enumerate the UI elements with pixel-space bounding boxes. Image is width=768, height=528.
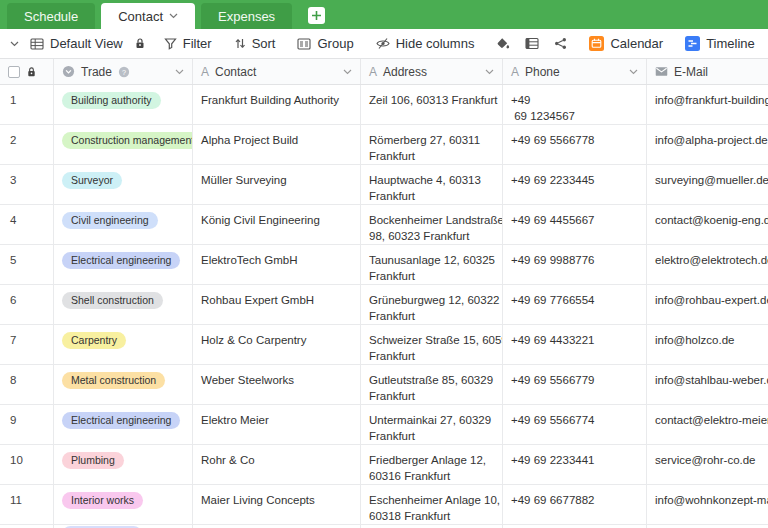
contact-cell[interactable]: Alpha Project Build bbox=[193, 125, 361, 164]
email-cell[interactable]: elektro@elektrotech.de bbox=[647, 245, 768, 284]
group-button[interactable]: Group bbox=[293, 36, 357, 51]
row-number-cell[interactable]: 5 bbox=[0, 245, 54, 284]
email-cell[interactable]: info@alpha-project.de bbox=[647, 125, 768, 164]
row-number-cell[interactable]: 8 bbox=[0, 365, 54, 404]
contact-cell[interactable]: Rohr & Co bbox=[193, 445, 361, 484]
address-cell[interactable]: Eschenheimer Anlage 10, 60318 Frankfurt bbox=[361, 485, 503, 524]
trade-cell[interactable]: Shell construction bbox=[54, 285, 193, 324]
row-number-cell[interactable]: 2 bbox=[0, 125, 54, 164]
share-button[interactable] bbox=[550, 37, 571, 50]
trade-cell[interactable]: Interior works bbox=[54, 485, 193, 524]
trade-chip[interactable]: Shell construction bbox=[62, 292, 163, 309]
address-cell[interactable]: Gutleutstraße 85, 60329 Frankfurt bbox=[361, 365, 503, 404]
contact-cell[interactable]: Frankfurt Building Authority bbox=[193, 85, 361, 124]
contact-cell[interactable]: ElektroTech GmbH bbox=[193, 245, 361, 284]
trade-chip[interactable]: Surveyor bbox=[62, 172, 122, 189]
row-number-cell[interactable]: 4 bbox=[0, 205, 54, 244]
row-number-cell[interactable]: 1 bbox=[0, 85, 54, 124]
row-number-cell[interactable]: 6 bbox=[0, 285, 54, 324]
trade-chip[interactable]: Electrical engineering bbox=[62, 252, 180, 269]
add-table-button[interactable] bbox=[308, 7, 325, 24]
phone-cell[interactable]: +49 69 7766554 bbox=[503, 285, 647, 324]
email-cell[interactable]: info@rohbau-expert.de bbox=[647, 285, 768, 324]
email-cell[interactable]: contact@koenig-eng.de bbox=[647, 205, 768, 244]
email-cell[interactable]: service@rohr-co.de bbox=[647, 445, 768, 484]
color-settings-button[interactable] bbox=[492, 37, 514, 50]
calendar-plugin-button[interactable]: Calendar bbox=[585, 36, 667, 51]
phone-cell[interactable]: +49 69 5566774 bbox=[503, 405, 647, 444]
row-number-cell[interactable]: 11 bbox=[0, 485, 54, 524]
trade-cell[interactable]: Metal construction bbox=[54, 365, 193, 404]
address-cell[interactable]: Zeil 106, 60313 Frankfurt bbox=[361, 85, 503, 124]
filter-button[interactable]: Filter bbox=[160, 36, 216, 51]
email-cell[interactable]: info@wohnkonzept-maier bbox=[647, 485, 768, 524]
address-cell[interactable]: Taunusanlage 12, 60325 Frankfurt bbox=[361, 245, 503, 284]
email-cell[interactable]: info@frankfurt-building.de bbox=[647, 85, 768, 124]
email-cell[interactable]: info@stahlbau-weber.de bbox=[647, 365, 768, 404]
email-cell[interactable]: surveying@mueller.de bbox=[647, 165, 768, 204]
address-cell[interactable]: Römerberg 27, 60311 Frankfurt bbox=[361, 125, 503, 164]
column-menu-chevron-icon[interactable] bbox=[343, 69, 352, 75]
tab-contact[interactable]: Contact bbox=[101, 3, 195, 29]
email-cell[interactable]: info@holzco.de bbox=[647, 325, 768, 364]
address-cell[interactable]: Friedberger Anlage 12, 60316 Frankfurt bbox=[361, 445, 503, 484]
phone-cell[interactable]: +49 69 5566779 bbox=[503, 365, 647, 404]
chevron-down-icon[interactable] bbox=[169, 13, 178, 19]
column-menu-chevron-icon[interactable] bbox=[629, 69, 638, 75]
trade-cell[interactable]: Building authority bbox=[54, 85, 193, 124]
email-cell[interactable]: contact@elektro-meier.de bbox=[647, 405, 768, 444]
column-header-address[interactable]: A Address bbox=[361, 59, 503, 84]
trade-chip[interactable]: Building authority bbox=[62, 92, 161, 109]
contact-cell[interactable]: Holz & Co Carpentry bbox=[193, 325, 361, 364]
trade-cell[interactable]: Construction management bbox=[54, 125, 193, 164]
row-number-cell[interactable]: 10 bbox=[0, 445, 54, 484]
trade-chip[interactable]: Metal construction bbox=[62, 372, 165, 389]
column-header-email[interactable]: E-Mail bbox=[647, 59, 768, 84]
trade-chip[interactable]: Construction management bbox=[62, 132, 193, 149]
timeline-plugin-button[interactable]: Timeline bbox=[681, 36, 759, 51]
phone-cell[interactable]: +49 69 9988776 bbox=[503, 245, 647, 284]
row-height-button[interactable] bbox=[521, 37, 543, 50]
row-number-cell[interactable]: 3 bbox=[0, 165, 54, 204]
trade-chip[interactable]: Plumbing bbox=[62, 452, 124, 469]
views-collapse-chevron-icon[interactable] bbox=[10, 41, 19, 47]
address-cell[interactable]: Untermainkai 27, 60329 Frankfurt bbox=[361, 405, 503, 444]
phone-cell[interactable]: +49 69 6677882 bbox=[503, 485, 647, 524]
contact-cell[interactable]: Elektro Meier bbox=[193, 405, 361, 444]
trade-cell[interactable]: Carpentry bbox=[54, 325, 193, 364]
trade-chip[interactable]: Civil engineering bbox=[62, 212, 158, 229]
hide-columns-button[interactable]: Hide columns bbox=[372, 36, 479, 51]
contact-cell[interactable]: Weber Steelworks bbox=[193, 365, 361, 404]
column-menu-chevron-icon[interactable] bbox=[175, 69, 184, 75]
contact-cell[interactable]: Maier Living Concepts bbox=[193, 485, 361, 524]
tab-schedule[interactable]: Schedule bbox=[7, 3, 95, 29]
address-cell[interactable]: Hauptwache 4, 60313 Frankfurt bbox=[361, 165, 503, 204]
column-header-contact[interactable]: A Contact bbox=[193, 59, 361, 84]
tab-expenses[interactable]: Expenses bbox=[201, 3, 292, 29]
row-number-cell[interactable]: 7 bbox=[0, 325, 54, 364]
trade-cell[interactable]: Electrical engineering bbox=[54, 245, 193, 284]
sort-button[interactable]: Sort bbox=[230, 36, 280, 51]
row-number-cell[interactable]: 9 bbox=[0, 405, 54, 444]
contact-cell[interactable]: Müller Surveying bbox=[193, 165, 361, 204]
trade-cell[interactable]: Civil engineering bbox=[54, 205, 193, 244]
column-header-trade[interactable]: Trade ? bbox=[54, 59, 193, 84]
address-cell[interactable]: Schweizer Straße 15, 60594 Frankfurt bbox=[361, 325, 503, 364]
trade-chip[interactable]: Electrical engineering bbox=[62, 412, 180, 429]
phone-cell[interactable]: +49 69 5566778 bbox=[503, 125, 647, 164]
view-selector[interactable]: Default View bbox=[26, 36, 127, 51]
phone-cell[interactable]: +49 69 2233445 bbox=[503, 165, 647, 204]
contact-cell[interactable]: Rohbau Expert GmbH bbox=[193, 285, 361, 324]
trade-chip[interactable]: Interior works bbox=[62, 492, 143, 509]
column-header-phone[interactable]: A Phone bbox=[503, 59, 647, 84]
phone-cell[interactable]: +49 69 4455667 bbox=[503, 205, 647, 244]
address-cell[interactable]: Grüneburgweg 12, 60322 Frankfurt bbox=[361, 285, 503, 324]
address-cell[interactable]: Bockenheimer Landstraße 98, 60323 Frankf… bbox=[361, 205, 503, 244]
trade-cell[interactable]: Plumbing bbox=[54, 445, 193, 484]
trade-cell[interactable]: Electrical engineering bbox=[54, 405, 193, 444]
contact-cell[interactable]: König Civil Engineering bbox=[193, 205, 361, 244]
phone-cell[interactable]: +49 69 4433221 bbox=[503, 325, 647, 364]
trade-chip[interactable]: Carpentry bbox=[62, 332, 126, 349]
trade-cell[interactable]: Surveyor bbox=[54, 165, 193, 204]
select-all-checkbox[interactable] bbox=[8, 66, 20, 78]
